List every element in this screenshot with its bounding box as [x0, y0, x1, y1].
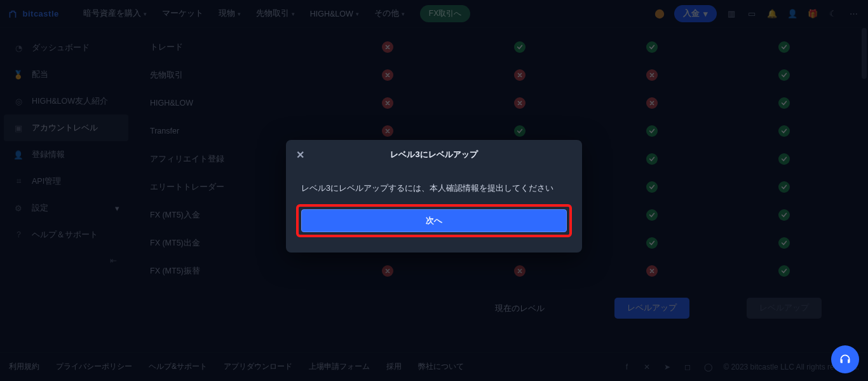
support-chat-button[interactable] — [831, 345, 859, 373]
modal-title: レベル3にレベルアップ — [390, 149, 477, 160]
modal-next-button[interactable]: 次へ — [301, 209, 567, 232]
modal-body-text: レベル3にレベルアップするには、本人確認情報を提出してください — [286, 167, 582, 198]
modal-next-highlight: 次へ — [296, 204, 572, 237]
level-up-modal: ✕ レベル3にレベルアップ レベル3にレベルアップするには、本人確認情報を提出し… — [286, 140, 582, 253]
close-icon[interactable]: ✕ — [296, 149, 304, 161]
